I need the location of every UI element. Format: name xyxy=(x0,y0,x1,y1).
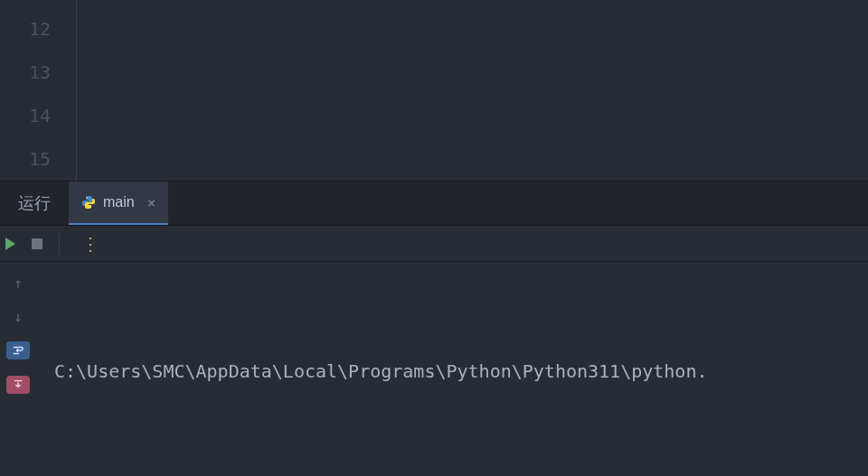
svg-point-1 xyxy=(90,206,90,207)
console-line-prompt: Please enter something: ? ? ? xyxy=(54,466,859,476)
run-panel-label: 运行 xyxy=(0,182,69,225)
soft-wrap-icon[interactable] xyxy=(6,341,30,359)
divider xyxy=(59,233,60,255)
stop-icon[interactable] xyxy=(32,238,42,249)
code-area[interactable]: user_input = input("Please enter somethi… xyxy=(77,0,587,181)
python-icon xyxy=(81,195,96,210)
console-panel: ↑ ↓ C:\Users\SMC\AppData\Local\Programs\… xyxy=(0,262,868,476)
run-toolbar: ⋮ xyxy=(0,226,868,262)
down-arrow-icon[interactable]: ↓ xyxy=(14,308,23,325)
line-number: 13 xyxy=(0,51,76,94)
code-line-12 xyxy=(86,94,587,137)
tab-name: main xyxy=(103,194,135,210)
console-output[interactable]: C:\Users\SMC\AppData\Local\Programs\Pyth… xyxy=(36,262,868,476)
run-tabbar: 运行 main × xyxy=(0,181,868,226)
svg-point-0 xyxy=(86,197,87,198)
line-number: 14 xyxy=(0,94,76,137)
line-number: 15 xyxy=(0,137,76,181)
close-icon[interactable]: × xyxy=(147,194,156,211)
more-icon[interactable]: ⋮ xyxy=(81,235,99,253)
console-sidebar: ↑ ↓ xyxy=(0,262,36,476)
console-line-path: C:\Users\SMC\AppData\Local\Programs\Pyth… xyxy=(54,352,859,390)
up-arrow-icon[interactable]: ↑ xyxy=(14,275,23,292)
scroll-end-icon[interactable] xyxy=(6,376,30,394)
line-number: 12 xyxy=(0,7,76,51)
code-editor: 12 13 14 15 user_input = input("Please e… xyxy=(0,0,868,181)
line-gutter: 12 13 14 15 xyxy=(0,0,77,181)
play-icon[interactable] xyxy=(5,238,15,250)
tab-main[interactable]: main × xyxy=(69,182,168,225)
